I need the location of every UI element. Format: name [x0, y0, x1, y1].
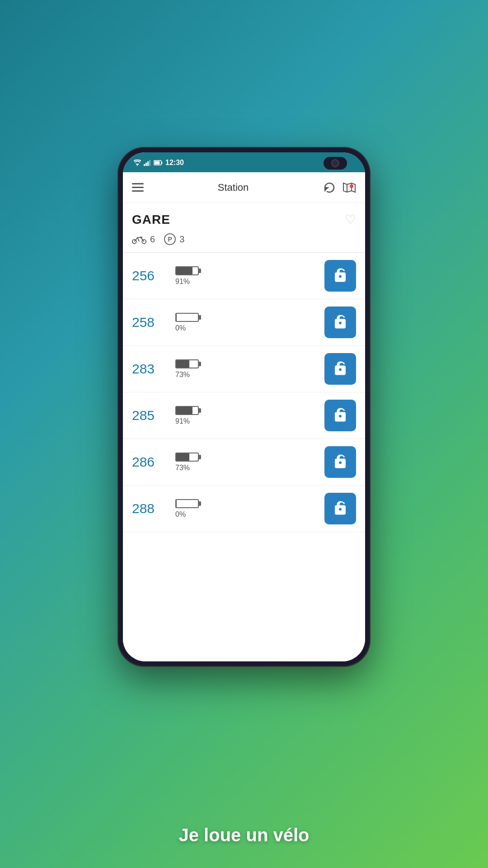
bike-number: 285	[132, 408, 168, 423]
bottom-caption: Je loue un vélo	[0, 825, 488, 845]
map-icon[interactable]	[343, 181, 356, 194]
bike-item: 286 73%	[123, 439, 365, 486]
battery-body-icon	[175, 499, 199, 508]
battery-fill	[176, 407, 192, 414]
svg-rect-14	[140, 237, 142, 238]
bike-item: 283 73%	[123, 346, 365, 392]
app-bar: Station	[123, 172, 365, 203]
parking-badge-icon: P	[164, 233, 176, 245]
unlock-button[interactable]	[324, 446, 356, 478]
bike-icon	[132, 234, 146, 244]
bike-list: 256 91% 258	[123, 253, 365, 532]
bikes-count: 6	[150, 234, 155, 245]
svg-marker-8	[343, 183, 355, 192]
bike-battery: 91%	[175, 406, 317, 425]
unlock-padlock-icon	[332, 361, 348, 377]
bike-item: 258 0%	[123, 299, 365, 346]
battery-fill	[176, 453, 189, 461]
battery-percent: 73%	[175, 371, 190, 379]
bike-item: 285 91%	[123, 392, 365, 439]
bike-item: 256 91%	[123, 253, 365, 299]
battery-small-icon	[154, 160, 163, 165]
bike-battery: 0%	[175, 313, 317, 332]
app-title: Station	[218, 182, 249, 193]
unlock-button[interactable]	[324, 353, 356, 385]
battery-percent: 0%	[175, 510, 186, 519]
battery-fill	[176, 267, 192, 274]
unlock-padlock-icon	[332, 407, 348, 424]
refresh-icon[interactable]	[323, 181, 336, 194]
camera-dot	[331, 159, 339, 167]
battery-percent: 91%	[175, 417, 190, 425]
signal-icon	[144, 160, 151, 166]
unlock-button[interactable]	[324, 307, 356, 338]
phone-frame: 12:30 Station	[117, 147, 371, 667]
svg-rect-1	[144, 164, 145, 166]
bike-battery: 0%	[175, 499, 317, 519]
battery-body-icon	[175, 359, 199, 368]
battery-body-icon	[175, 313, 199, 322]
battery-body-icon	[175, 406, 199, 415]
unlock-padlock-icon	[332, 314, 348, 330]
bike-number: 283	[132, 361, 168, 377]
battery-fill	[176, 360, 189, 368]
unlock-padlock-icon	[332, 500, 348, 517]
wifi-icon	[134, 160, 141, 166]
svg-rect-7	[155, 161, 160, 165]
svg-rect-3	[147, 161, 149, 166]
svg-rect-4	[149, 160, 150, 166]
battery-body-icon	[175, 266, 199, 275]
app-bar-actions	[323, 181, 356, 194]
svg-rect-6	[162, 162, 163, 164]
camera-notch	[324, 157, 347, 170]
bike-number: 288	[132, 501, 168, 516]
stats-row: 6 P 3	[123, 231, 365, 252]
bike-battery: 91%	[175, 266, 317, 286]
parking-stat: P 3	[164, 233, 184, 245]
unlock-padlock-icon	[332, 454, 348, 470]
bike-item: 288 0%	[123, 486, 365, 532]
menu-button[interactable]	[132, 183, 144, 192]
svg-point-11	[350, 184, 353, 188]
unlock-button[interactable]	[324, 400, 356, 431]
unlock-button[interactable]	[324, 260, 356, 292]
favorite-button[interactable]: ♡	[345, 212, 356, 227]
bikes-stat: 6	[132, 234, 155, 245]
bike-battery: 73%	[175, 359, 317, 379]
battery-percent: 73%	[175, 464, 190, 472]
battery-percent: 91%	[175, 278, 190, 286]
bike-battery: 73%	[175, 453, 317, 472]
battery-percent: 0%	[175, 324, 186, 332]
svg-rect-2	[145, 163, 147, 166]
phone-wrapper: 12:30 Station	[117, 147, 371, 667]
content-area: GARE ♡ 6	[123, 203, 365, 661]
unlock-button[interactable]	[324, 493, 356, 524]
phone-screen: 12:30 Station	[123, 152, 365, 661]
station-header: GARE ♡	[123, 203, 365, 231]
station-name: GARE	[132, 212, 170, 227]
battery-body-icon	[175, 453, 199, 462]
bike-number: 258	[132, 315, 168, 330]
status-left: 12:30	[134, 159, 184, 167]
unlock-padlock-icon	[332, 268, 348, 284]
bike-number: 286	[132, 454, 168, 470]
bike-number: 256	[132, 268, 168, 283]
svg-marker-0	[136, 164, 139, 166]
time: 12:30	[165, 159, 184, 167]
parking-count: 3	[179, 234, 184, 245]
